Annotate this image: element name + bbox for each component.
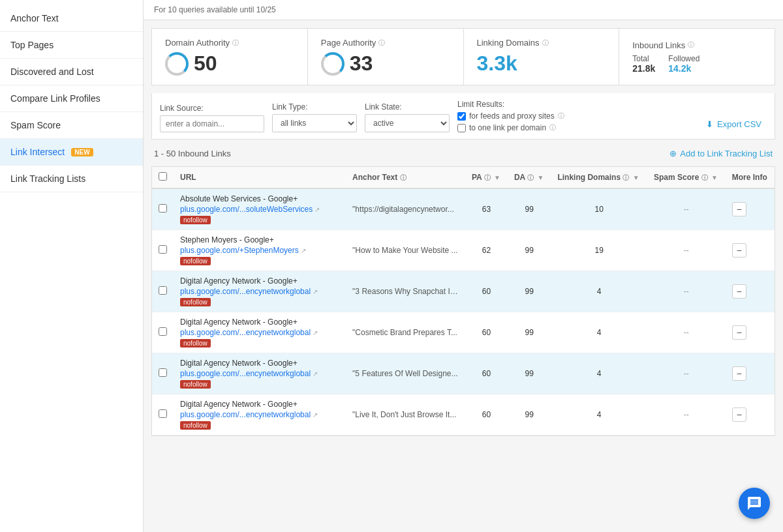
page-authority-circle (321, 52, 345, 76)
limit-domain-info-icon: ⓘ (549, 123, 556, 132)
nofollow-badge-0: nofollow (180, 216, 211, 224)
url-link-3[interactable]: plus.google.com/...encynetworkglobal ↗ (180, 328, 318, 337)
linking-domains-value: 3.3k (477, 52, 606, 76)
page-authority-label: Page Authority ⓘ (321, 38, 450, 48)
url-title-1: Stephen Moyers - Google+ (180, 235, 339, 244)
link-type-label: Link Type: (272, 102, 357, 111)
row-checkbox-5[interactable] (159, 409, 167, 418)
domain-authority-value: 50 (165, 52, 294, 76)
url-link-4[interactable]: plus.google.com/...encynetworkglobal ↗ (180, 369, 318, 378)
sidebar-item-label: Spam Score (10, 120, 61, 130)
url-link-1[interactable]: plus.google.com/+StephenMoyers ↗ (180, 246, 306, 255)
link-type-select[interactable]: all links followed external internal (272, 114, 357, 132)
pa-cell-0: 63 (465, 188, 508, 230)
url-cell-1: Stephen Moyers - Google+ plus.google.com… (174, 230, 346, 271)
page-authority-value: 33 (321, 52, 450, 76)
domain-authority-cell: Domain Authority ⓘ 50 (152, 29, 308, 85)
row-checkbox-cell (152, 188, 174, 230)
sidebar-item-compare-link-profiles[interactable]: Compare Link Profiles (0, 85, 143, 112)
limit-domain-label: to one link per domain (469, 123, 546, 132)
row-checkbox-3[interactable] (159, 327, 167, 336)
linking-domains-cell-4: 4 (551, 353, 647, 394)
main-content: For 10 queries available until 10/25 Dom… (144, 0, 783, 532)
limit-domain-checkbox[interactable] (457, 124, 466, 132)
results-count: 1 - 50 Inbound Links (154, 149, 231, 158)
chat-bubble[interactable] (739, 488, 770, 519)
spam-score-cell-0: -- (647, 188, 726, 230)
table-row: Digital Agency Network - Google+ plus.go… (152, 312, 775, 353)
external-icon-0: ↗ (315, 206, 320, 213)
inbound-links-label: Inbound Links ⓘ (632, 40, 761, 50)
sidebar-item-discovered-lost[interactable]: Discovered and Lost (0, 59, 143, 85)
external-icon-5: ↗ (313, 411, 318, 419)
more-info-button-3[interactable]: − (732, 325, 746, 340)
limit-results-label: Limit Results: (457, 100, 564, 109)
url-link-2[interactable]: plus.google.com/...encynetworkglobal ↗ (180, 287, 318, 296)
more-info-button-4[interactable]: − (732, 366, 746, 381)
sidebar-item-spam-score[interactable]: Spam Score (0, 112, 143, 139)
limit-feeds-checkbox[interactable] (457, 112, 466, 121)
url-cell-0: Absolute Web Services - Google+ plus.goo… (174, 188, 346, 230)
page-authority-cell: Page Authority ⓘ 33 (308, 29, 464, 85)
row-checkbox-0[interactable] (159, 204, 167, 213)
linking-domains-cell: Linking Domains ⓘ 3.3k (464, 29, 620, 85)
row-checkbox-cell (152, 312, 174, 353)
external-icon-2: ↗ (313, 288, 318, 295)
nofollow-badge-1: nofollow (180, 257, 211, 265)
sidebar-item-link-tracking-lists[interactable]: Link Tracking Lists (0, 166, 143, 192)
more-info-button-2[interactable]: − (732, 284, 746, 299)
sidebar-item-link-intersect[interactable]: Link IntersectNEW (0, 139, 143, 166)
linking-domains-label: Linking Domains ⓘ (477, 38, 606, 48)
table-row: Digital Agency Network - Google+ plus.go… (152, 394, 775, 436)
inbound-total: Total 21.8k (632, 54, 655, 74)
export-csv-button[interactable]: ⬇ Export CSV (701, 116, 767, 132)
limit-feeds-info-icon: ⓘ (558, 111, 564, 121)
export-csv-label: Export CSV (717, 119, 761, 129)
url-link-5[interactable]: plus.google.com/...encynetworkglobal ↗ (180, 410, 318, 419)
nofollow-badge-3: nofollow (180, 339, 211, 347)
limit-feeds-row: for feeds and proxy sites ⓘ (457, 111, 564, 121)
spam-score-cell-3: -- (647, 312, 726, 353)
linking-domains-cell-5: 4 (551, 394, 647, 436)
inbound-links-table: URL Anchor Text ⓘ PA ⓘ ▼ DA ⓘ ▼ Linking … (152, 167, 775, 436)
row-checkbox-cell (152, 271, 174, 312)
more-info-button-1[interactable]: − (732, 243, 746, 258)
pa-header[interactable]: PA ⓘ ▼ (465, 167, 508, 188)
sidebar-item-top-pages[interactable]: Top Pages (0, 32, 143, 59)
row-checkbox-4[interactable] (159, 368, 167, 377)
linking-domains-cell-1: 19 (551, 230, 647, 271)
add-tracking-button[interactable]: ⊕ Add to Link Tracking List (669, 149, 773, 158)
spam-score-header[interactable]: Spam Score ⓘ ▼ (647, 167, 726, 188)
sidebar-item-label: Link Intersect (10, 147, 65, 157)
link-state-select[interactable]: active lost new (365, 114, 450, 132)
inbound-followed: Followed 14.2k (668, 54, 699, 74)
linking-domains-cell-3: 4 (551, 312, 647, 353)
anchor-text-cell-4: "5 Features Of Well Designe... (346, 353, 465, 394)
table-container: URL Anchor Text ⓘ PA ⓘ ▼ DA ⓘ ▼ Linking … (151, 166, 775, 436)
add-tracking-icon: ⊕ (669, 149, 677, 158)
more-info-button-5[interactable]: − (732, 407, 746, 422)
link-source-label: Link Source: (160, 104, 264, 113)
external-icon-3: ↗ (313, 329, 318, 336)
url-link-0[interactable]: plus.google.com/...soluteWebServices ↗ (180, 205, 320, 214)
anchor-text-cell-1: "How to Make Your Website ... (346, 230, 465, 271)
row-checkbox-1[interactable] (159, 245, 167, 254)
sidebar-item-label: Anchor Text (10, 13, 59, 23)
results-summary: 1 - 50 Inbound Links ⊕ Add to Link Track… (151, 145, 775, 162)
row-checkbox-2[interactable] (159, 286, 167, 295)
more-info-button-0[interactable]: − (732, 202, 746, 216)
inbound-links-row: Total 21.8k Followed 14.2k (632, 54, 761, 74)
linking-domains-header[interactable]: Linking Domains ⓘ ▼ (551, 167, 647, 188)
url-title-4: Digital Agency Network - Google+ (180, 359, 339, 368)
domain-authority-info-icon: ⓘ (232, 38, 239, 48)
link-source-group: Link Source: (160, 104, 264, 132)
url-cell-2: Digital Agency Network - Google+ plus.go… (174, 271, 346, 312)
table-row: Absolute Web Services - Google+ plus.goo… (152, 188, 775, 230)
link-source-input[interactable] (160, 115, 264, 132)
da-header[interactable]: DA ⓘ ▼ (508, 167, 551, 188)
url-title-0: Absolute Web Services - Google+ (180, 194, 339, 203)
spam-score-cell-2: -- (647, 271, 726, 312)
select-all-checkbox[interactable] (159, 172, 167, 181)
spam-score-cell-4: -- (647, 353, 726, 394)
sidebar-item-anchor-text[interactable]: Anchor Text (0, 5, 143, 32)
